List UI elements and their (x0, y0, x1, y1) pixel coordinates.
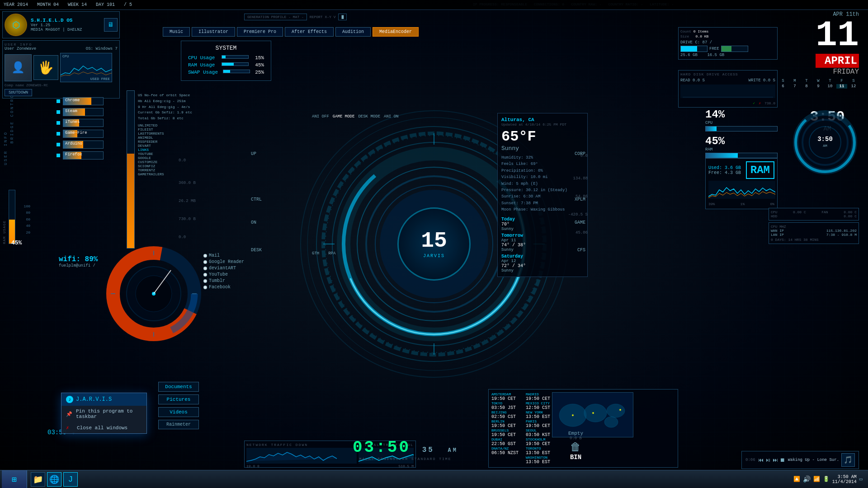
start-button[interactable]: ⊞ (2, 470, 27, 488)
media-prev[interactable]: ⏮ (758, 457, 764, 464)
app-bar-chrome: Chrome (63, 97, 104, 105)
os-widget-title: CPU (61, 53, 112, 59)
ql-rainmeter[interactable]: Rainmeter (158, 420, 199, 429)
tray-show-desktop[interactable]: ▭ (859, 476, 863, 483)
hud-ring-right: CORP XPLM GAME CFS (575, 151, 585, 253)
year-display: YEAR 2014 (4, 2, 28, 7)
ctx-close[interactable]: ✗ Close all windows (61, 422, 146, 433)
wc-right: MADRID 19:50 CET MEXICO CITY 12:50 CST N… (526, 392, 550, 465)
tray-date: 11/4/2014 (832, 479, 857, 484)
page-selector[interactable]: GENERATION PROFILE - MAT - (244, 14, 307, 20)
os-label: USED FREE (90, 77, 110, 81)
tray-sound[interactable]: 🔊 (803, 475, 811, 483)
hl-on: ON (251, 220, 262, 225)
app-steam[interactable]: Steam (57, 108, 104, 116)
weather-desc: Sunny (501, 145, 584, 152)
recycle-bin[interactable]: Empty 0.0 B 🗑 BIN (568, 431, 583, 461)
username: User ZoneWave (5, 47, 36, 51)
ram-1pct: 1% (741, 202, 745, 206)
tray-icon1: 🔼 (793, 476, 800, 483)
hdd-count-row: Count 0 Items (680, 29, 775, 33)
tb-icon-chrome[interactable]: 🌐 (47, 472, 61, 487)
app-dot (57, 99, 60, 103)
tb-icon-jarvis[interactable]: J (63, 472, 78, 487)
tray-clock: 3:50 AM 11/4/2014 (832, 474, 857, 484)
media-next[interactable]: ⏭ (773, 457, 778, 464)
nav-music[interactable]: Music (163, 27, 190, 37)
stat-hdd-row: HDD 0.00 C (771, 214, 857, 218)
right-gauges: 14% CPU 45% RAM (705, 108, 778, 160)
nav-illustrator[interactable]: Illustrator (192, 27, 235, 37)
vertical-label: BRIDGE CONTROL (10, 90, 14, 144)
ram-0pct: 0% (770, 202, 774, 206)
shutdown-btn[interactable]: SHUTDOWN (5, 89, 32, 96)
ram-large-panel: Used: 3.6 GB Free: 4.3 GB RAM 39% 1% 0% (705, 158, 778, 209)
tomorrow-date: Apr 11 (501, 238, 584, 243)
ql-pictures[interactable]: Pictures (158, 394, 199, 404)
quick-launch: Documents Pictures Videos Rainmeter (158, 382, 199, 429)
ram-pct: 45% (11, 239, 22, 246)
stat-net-label: CPU MHZ (771, 225, 857, 229)
media-play[interactable]: ⏯ (765, 457, 771, 464)
cal-top: APR 11th 11 APRIL FRIDAY (778, 11, 859, 76)
wc-tokyo-time: 03:50 JST (491, 405, 519, 410)
app-itunes[interactable]: iTunes (57, 119, 104, 127)
hda-panel: HARD DISK DRIVE ACCESS READ 0.0 S WRITE … (678, 70, 778, 108)
ql-videos[interactable]: Videos (158, 407, 199, 417)
link-rss: RSSFEEDER (138, 140, 206, 144)
bin-empty-label: Empty (568, 431, 583, 436)
app-arduino[interactable]: Arduino (57, 141, 104, 149)
search-bar[interactable]: █ (338, 14, 347, 20)
user-info-vertical: USER INFO (4, 131, 8, 165)
nav-mediaencoder[interactable]: MediaEncoder (373, 27, 419, 37)
app-firefox[interactable]: Firefox (57, 151, 104, 160)
mode-ani-on: ANI ON (384, 114, 398, 119)
wifi-area: wifi: 89% fuelplm@unifi / (59, 255, 98, 268)
cal-12: 12 (848, 84, 859, 89)
hdd-fill1 (681, 46, 697, 52)
top-nav: Music Illustrator Premiere Pro After Eff… (163, 27, 419, 37)
tray-network[interactable]: 📶 (813, 476, 820, 483)
ctx-pin[interactable]: 📌 Pin this program to taskbar (61, 406, 146, 422)
net-vals: 19.0 0 510.5 M (246, 464, 414, 468)
ctx-header: J J.A.R.V.I.S (61, 393, 146, 406)
cpu-bar (222, 55, 249, 59)
hdd-bar1 (680, 46, 708, 52)
cal-9: 9 (813, 84, 824, 89)
app-chrome[interactable]: Chrome (57, 97, 104, 105)
hdd-bar2 (721, 46, 748, 52)
swap-bar (223, 70, 250, 73)
hud-modes: ANI OFF GAME MODE DESK MODE ANI ON (312, 114, 398, 119)
ram-value: 45% (255, 62, 264, 68)
wc-dubai-city: DUBAI (491, 437, 519, 441)
taskbar: ⊞ 📁 🌐 J 🔼 🔊 📶 🔋 3:50 AM 11/4/2014 ▭ (0, 470, 868, 488)
drive1-label: DRIVE C: 87 / (680, 40, 712, 45)
saturday-date: Apr 12 (501, 259, 584, 263)
nav-premiere[interactable]: Premiere Pro (237, 27, 283, 37)
hl-desk: DESK (251, 248, 262, 253)
radial-dot-mail (203, 254, 207, 258)
app-gamefire[interactable]: Game-Fire (57, 130, 104, 138)
wc-berlin-city: BERLIN (491, 419, 519, 423)
ql-documents[interactable]: Documents (158, 382, 199, 392)
wc-toronto-city: TORONTO (526, 446, 550, 450)
wc-tokyo-city: TOKYO (491, 401, 519, 405)
mode-desk: DESK MODE (358, 114, 380, 119)
nav-aftereffects[interactable]: After Effects (285, 27, 334, 37)
d4: 730.0 B (179, 217, 196, 221)
nav-audition[interactable]: Audition (335, 27, 371, 37)
hda-val: 738.0 (764, 101, 775, 105)
radial-menu-items: Mail Google Reader deviantART YouTube Tu… (203, 253, 244, 291)
net-val1: 19.0 0 (246, 464, 259, 468)
app-dot (57, 154, 60, 157)
hda-x: ✗ (759, 101, 761, 105)
stat-fan-label: FAN (821, 210, 828, 214)
shield-icon1[interactable]: 🖥 (104, 18, 118, 32)
tb-icon-files[interactable]: 📁 (31, 472, 45, 487)
media-stop[interactable]: ⏹ (780, 457, 785, 464)
wc-brussels-time: 19:50 CET (491, 432, 519, 437)
cal-h-f: F (836, 79, 847, 83)
large-gauge-svg: 3:50 AM (791, 108, 859, 176)
svg-rect-19 (680, 84, 775, 98)
hdd-drive1: DRIVE C: 87 / (680, 40, 775, 45)
